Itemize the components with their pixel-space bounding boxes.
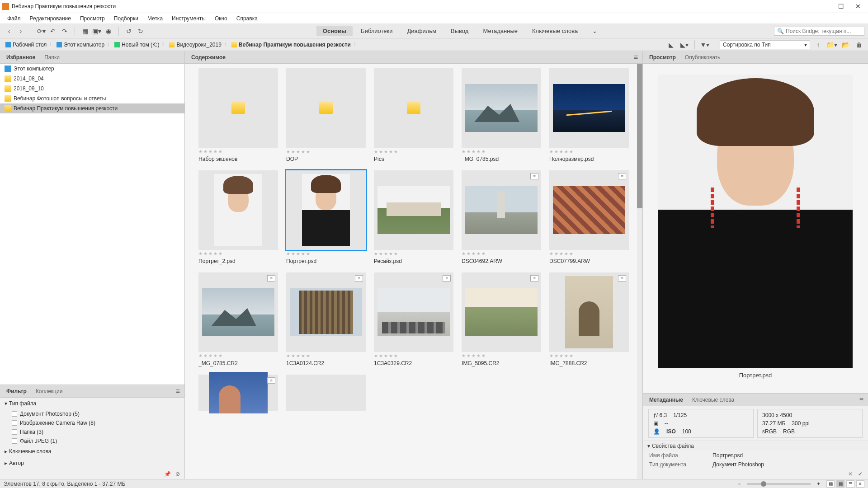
rating-stars[interactable]: ★★★★★ <box>374 252 453 256</box>
rating-stars[interactable]: ★★★★★ <box>286 150 366 154</box>
tab-folders[interactable]: Папки <box>40 52 64 62</box>
rating-stars[interactable]: ★★★★★ <box>462 354 541 358</box>
favorite-item-4[interactable]: Вебинар Практикум повышения резкости <box>0 103 184 113</box>
content-item-16[interactable] <box>286 375 366 411</box>
breadcrumb-0[interactable]: Рабочий стол <box>4 41 48 49</box>
view-list-button[interactable]: ≡ <box>856 480 864 488</box>
menu-файл[interactable]: Файл <box>3 14 25 23</box>
breadcrumb-4[interactable]: Вебинар Практикум повышения резкости <box>230 41 353 49</box>
forward-button[interactable]: › <box>15 26 26 37</box>
search-box[interactable]: 🔍 <box>774 27 864 36</box>
history-button[interactable]: ⟳▾ <box>36 26 47 37</box>
content-item-15[interactable]: ≡ <box>198 375 278 411</box>
open-button[interactable]: 📂 <box>840 39 851 50</box>
breadcrumb-2[interactable]: Новый том (K:) <box>113 41 161 49</box>
rating-stars[interactable]: ★★★★★ <box>286 252 366 256</box>
ratings-button[interactable]: ◣ <box>665 39 676 50</box>
filter-group-keywords[interactable]: ▸Ключевые слова <box>0 446 184 457</box>
content-scrollbar[interactable] <box>637 64 642 479</box>
content-item-13[interactable]: ≡★★★★★IMG_5095.CR2 <box>462 272 541 366</box>
cancel-meta-icon[interactable]: ✕ <box>848 471 853 477</box>
search-input[interactable] <box>786 28 861 34</box>
view-details-button[interactable]: ☰ <box>846 480 854 488</box>
content-item-1[interactable]: ★★★★★DOP <box>286 68 366 162</box>
menu-справка[interactable]: Справка <box>232 14 262 23</box>
tab-collections[interactable]: Коллекции <box>31 386 67 396</box>
panel-menu-icon[interactable]: ≡ <box>173 387 183 395</box>
content-item-5[interactable]: ★★★★★Портрет_2.psd <box>198 170 278 264</box>
menu-метка[interactable]: Метка <box>143 14 167 23</box>
filter-button[interactable]: ▼▾ <box>699 39 710 50</box>
rotate-ccw-button[interactable]: ↶ <box>47 26 58 37</box>
labels-button[interactable]: ◣▾ <box>679 39 690 50</box>
content-item-2[interactable]: ★★★★★Pics <box>374 68 453 162</box>
tab-favorites[interactable]: Избранное <box>2 52 40 62</box>
zoom-out-button[interactable]: − <box>738 481 741 487</box>
content-item-10[interactable]: ≡★★★★★_MG_0785.CR2 <box>198 272 278 366</box>
workspace-tab-2[interactable]: Диафильм <box>401 26 443 36</box>
favorite-item-3[interactable]: Вебинар Фотошоп вопросы и ответы <box>0 94 184 103</box>
content-item-4[interactable]: ★★★★★Полноразмер.psd <box>549 68 629 162</box>
zoom-in-button[interactable]: + <box>817 481 820 487</box>
rating-stars[interactable]: ★★★★★ <box>198 150 278 154</box>
workspace-tab-3[interactable]: Вывод <box>444 26 475 36</box>
tab-content[interactable]: Содержимое <box>187 52 230 62</box>
content-item-12[interactable]: ≡★★★★★1C3A0329.CR2 <box>374 272 453 366</box>
filter-item-2[interactable]: Папка (3) <box>0 427 184 436</box>
rating-stars[interactable]: ★★★★★ <box>198 354 278 358</box>
rating-stars[interactable]: ★★★★★ <box>286 354 366 358</box>
menu-инструменты[interactable]: Инструменты <box>167 14 210 23</box>
content-item-7[interactable]: ★★★★★Ресайз.psd <box>374 170 453 264</box>
back-button[interactable]: ‹ <box>4 26 14 37</box>
content-item-0[interactable]: ★★★★★Набор экшенов <box>198 68 278 162</box>
menu-подборки[interactable]: Подборки <box>109 14 143 23</box>
tab-publish[interactable]: Опубликовать <box>680 52 725 62</box>
content-item-6[interactable]: ★★★★★Портрет.psd <box>286 170 366 264</box>
rating-stars[interactable]: ★★★★★ <box>198 252 278 256</box>
zoom-slider[interactable] <box>747 483 811 485</box>
filter-item-3[interactable]: Файл JPEG (1) <box>0 436 184 446</box>
rating-stars[interactable]: ★★★★★ <box>549 252 629 256</box>
rating-stars[interactable]: ★★★★★ <box>374 150 453 154</box>
minimize-button[interactable]: — <box>816 1 832 12</box>
rating-stars[interactable]: ★★★★★ <box>374 354 453 358</box>
favorite-item-1[interactable]: 2014_08_04 <box>0 74 184 84</box>
file-props-header[interactable]: ▾Свойства файла <box>643 441 868 451</box>
workspace-tab-0[interactable]: Основы <box>316 26 353 36</box>
view-thumbnails-button[interactable]: ▦ <box>836 480 844 488</box>
tab-preview[interactable]: Просмотр <box>645 52 680 62</box>
breadcrumb-3[interactable]: Видеоуроки_2019 <box>167 41 223 49</box>
favorite-item-0[interactable]: Этот компьютер <box>0 64 184 74</box>
camera-raw-button[interactable]: ◉ <box>103 26 114 37</box>
grid-view-button[interactable]: ▦ <box>80 26 90 37</box>
tab-metadata[interactable]: Метаданные <box>645 395 688 405</box>
content-panel-menu-icon[interactable]: ≡ <box>631 53 641 61</box>
sort-asc-button[interactable]: ↑ <box>813 39 824 50</box>
output-button[interactable]: ▣▾ <box>91 26 102 37</box>
menu-редактирование[interactable]: Редактирование <box>25 14 75 23</box>
clear-filter-icon[interactable]: ⊘ <box>175 471 180 477</box>
content-item-11[interactable]: ≡★★★★★1C3A0124.CR2 <box>286 272 366 366</box>
workspace-tab-4[interactable]: Метаданные <box>476 26 524 36</box>
close-button[interactable]: ✕ <box>850 1 866 12</box>
filter-group-filetype[interactable]: ▾Тип файла <box>0 398 184 409</box>
rating-stars[interactable]: ★★★★★ <box>549 354 629 358</box>
workspace-more-button[interactable]: ⌄ <box>586 26 604 36</box>
tab-filter[interactable]: Фильтр <box>2 386 31 396</box>
workspace-tab-5[interactable]: Ключевые слова <box>526 26 584 36</box>
content-item-14[interactable]: ≡★★★★★IMG_7888.CR2 <box>549 272 629 366</box>
rotate-cw-button[interactable]: ↷ <box>59 26 70 37</box>
content-item-8[interactable]: ≡★★★★★DSC04692.ARW <box>462 170 541 264</box>
filter-group-author[interactable]: ▸Автор <box>0 457 184 469</box>
breadcrumb-1[interactable]: Этот компьютер <box>55 41 106 49</box>
pin-icon[interactable]: 📌 <box>164 471 171 477</box>
workspace-tab-1[interactable]: Библиотеки <box>354 26 399 36</box>
apply-meta-icon[interactable]: ✔ <box>858 471 863 477</box>
filter-item-1[interactable]: Изображение Camera Raw (8) <box>0 418 184 427</box>
filter-item-0[interactable]: Документ Photoshop (5) <box>0 409 184 418</box>
rating-stars[interactable]: ★★★★★ <box>549 150 629 154</box>
sort-dropdown[interactable]: Сортировка по Тип ▾ <box>720 40 810 49</box>
view-grid-button[interactable]: ▦ <box>826 480 835 488</box>
menu-просмотр[interactable]: Просмотр <box>75 14 109 23</box>
delete-button[interactable]: 🗑 <box>854 39 864 50</box>
